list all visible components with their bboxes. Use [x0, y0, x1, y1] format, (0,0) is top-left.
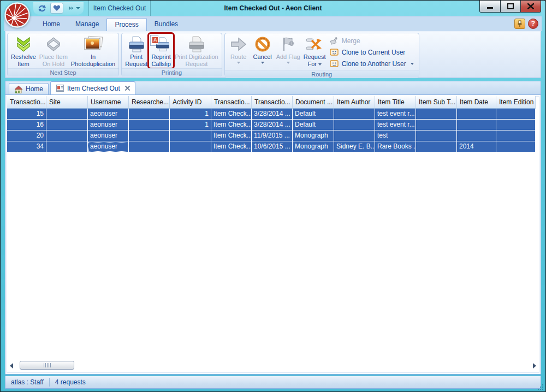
- column-header-item-author[interactable]: Item Author: [334, 96, 375, 109]
- table-row[interactable]: 20 aeonuser Item Check... 11/9/2015 ... …: [7, 130, 536, 141]
- favorites-heart-icon[interactable]: [50, 3, 63, 14]
- resize-grip[interactable]: [537, 384, 544, 390]
- table-cell[interactable]: Rare Books ...: [375, 141, 416, 152]
- table-cell-focused[interactable]: aeonuser: [88, 141, 129, 152]
- table-cell[interactable]: Monograph: [293, 141, 334, 152]
- table-cell[interactable]: 2014: [457, 141, 496, 152]
- table-row[interactable]: 16 aeonuser 1 Item Check... 3/28/2014 ..…: [7, 120, 536, 130]
- app-menu-logo[interactable]: [4, 2, 30, 28]
- table-cell[interactable]: [46, 109, 88, 120]
- table-cell[interactable]: 3/28/2014 ...: [252, 120, 293, 130]
- table-cell[interactable]: [416, 130, 457, 141]
- cancel-button[interactable]: Cancel: [251, 34, 275, 64]
- print-request-button[interactable]: PrintRequest: [123, 34, 149, 68]
- column-header-researcher[interactable]: Researche...: [129, 96, 170, 109]
- qat-overflow-button[interactable]: [69, 6, 80, 10]
- table-cell[interactable]: [496, 109, 536, 120]
- column-header-activity-id[interactable]: Activity ID: [170, 96, 211, 109]
- button-label: Place ItemOn Hold: [39, 54, 68, 68]
- table-cell[interactable]: 20: [7, 130, 46, 141]
- table-cell[interactable]: [496, 120, 536, 130]
- column-header-username[interactable]: Username: [88, 96, 129, 109]
- table-cell[interactable]: Monograph: [293, 130, 334, 141]
- column-header-item-title[interactable]: Item Title: [375, 96, 416, 109]
- in-photoduplication-button[interactable]: InPhotoduplication: [69, 34, 117, 68]
- table-cell[interactable]: [416, 109, 457, 120]
- ribbon-tab-process[interactable]: Process: [106, 18, 146, 31]
- column-header-site[interactable]: Site: [46, 96, 88, 109]
- table-cell[interactable]: 11/9/2015 ...: [252, 130, 293, 141]
- doc-tab-item-checked-out[interactable]: Item Checked Out: [50, 81, 135, 94]
- table-cell[interactable]: aeonuser: [88, 130, 129, 141]
- table-cell[interactable]: [457, 130, 496, 141]
- doc-tab-home[interactable]: Home: [9, 83, 49, 94]
- reprint-callslip-button[interactable]: A ReprintCallslip: [149, 34, 173, 68]
- refresh-icon[interactable]: [35, 3, 49, 14]
- request-for-button[interactable]: RequestFor: [302, 34, 328, 68]
- column-header-item-date[interactable]: Item Date: [457, 96, 496, 109]
- table-cell[interactable]: [129, 109, 170, 120]
- maximize-button[interactable]: [500, 1, 520, 12]
- table-cell[interactable]: 3/28/2014 ...: [252, 109, 293, 120]
- table-cell[interactable]: Item Check...: [211, 109, 252, 120]
- reshelve-item-button[interactable]: ReshelveItem: [9, 34, 38, 68]
- table-cell[interactable]: 1: [170, 120, 211, 130]
- table-cell[interactable]: Default: [293, 120, 334, 130]
- minimize-button[interactable]: [480, 1, 500, 12]
- table-cell[interactable]: 16: [7, 120, 46, 130]
- table-cell[interactable]: 34: [7, 141, 46, 152]
- table-cell[interactable]: [334, 109, 375, 120]
- table-cell[interactable]: [129, 120, 170, 130]
- ribbon-tab-bundles[interactable]: Bundles: [147, 18, 186, 31]
- clone-to-current-user-button[interactable]: Clone to Current User: [330, 46, 414, 58]
- table-cell[interactable]: test event r...: [375, 120, 416, 130]
- help-button[interactable]: ?: [528, 19, 538, 29]
- scroll-right-button[interactable]: [531, 361, 538, 370]
- column-header-item-sub-title[interactable]: Item Sub T...: [416, 96, 457, 109]
- column-header-document[interactable]: Document ...: [293, 96, 334, 109]
- table-cell[interactable]: 15: [7, 109, 46, 120]
- table-cell[interactable]: [334, 120, 375, 130]
- ribbon-tab-home[interactable]: Home: [35, 18, 68, 31]
- table-cell[interactable]: Item Check...: [211, 130, 252, 141]
- table-cell[interactable]: [46, 141, 88, 152]
- table-cell[interactable]: [334, 130, 375, 141]
- table-row[interactable]: 34 aeonuser Item Check... 10/6/2015 ... …: [7, 141, 536, 152]
- table-cell[interactable]: 10/6/2015 ...: [252, 141, 293, 152]
- table-cell[interactable]: Sidney E. B...: [334, 141, 375, 152]
- table-cell[interactable]: [46, 120, 88, 130]
- table-cell[interactable]: 1: [170, 109, 211, 120]
- table-cell[interactable]: [170, 141, 211, 152]
- close-tab-button[interactable]: [125, 86, 130, 91]
- table-cell[interactable]: test event r...: [375, 109, 416, 120]
- table-cell[interactable]: [46, 130, 88, 141]
- scrollbar-thumb[interactable]: [20, 361, 74, 370]
- column-header-transaction[interactable]: Transactio...: [7, 96, 46, 109]
- table-row[interactable]: 15 aeonuser 1 Item Check... 3/28/2014 ..…: [7, 109, 536, 120]
- ribbon-tab-manage[interactable]: Manage: [68, 18, 106, 31]
- table-cell[interactable]: [496, 130, 536, 141]
- table-cell[interactable]: [457, 120, 496, 130]
- table-cell[interactable]: [416, 141, 457, 152]
- table-cell[interactable]: [129, 141, 170, 152]
- clone-to-another-user-button[interactable]: Clone to Another User: [330, 58, 414, 69]
- scroll-left-button[interactable]: [8, 361, 15, 370]
- table-cell[interactable]: [496, 141, 536, 152]
- table-cell[interactable]: Default: [293, 109, 334, 120]
- column-header-item-edition[interactable]: Item Edition: [496, 96, 536, 109]
- table-cell[interactable]: Item Check...: [211, 120, 252, 130]
- chevron-down-icon: [76, 7, 80, 9]
- column-header-transaction-2[interactable]: Transactio...: [211, 96, 252, 109]
- table-cell[interactable]: aeonuser: [88, 120, 129, 130]
- column-header-transaction-3[interactable]: Transactio...: [252, 96, 293, 109]
- table-cell[interactable]: Item Check...: [211, 141, 252, 152]
- table-cell[interactable]: [170, 130, 211, 141]
- close-button[interactable]: [520, 1, 541, 12]
- table-cell[interactable]: test: [375, 130, 416, 141]
- table-cell[interactable]: aeonuser: [88, 109, 129, 120]
- table-cell[interactable]: [129, 130, 170, 141]
- table-cell[interactable]: [457, 109, 496, 120]
- pin-ribbon-button[interactable]: [514, 19, 525, 29]
- scrollbar-track[interactable]: [15, 361, 531, 370]
- table-cell[interactable]: [416, 120, 457, 130]
